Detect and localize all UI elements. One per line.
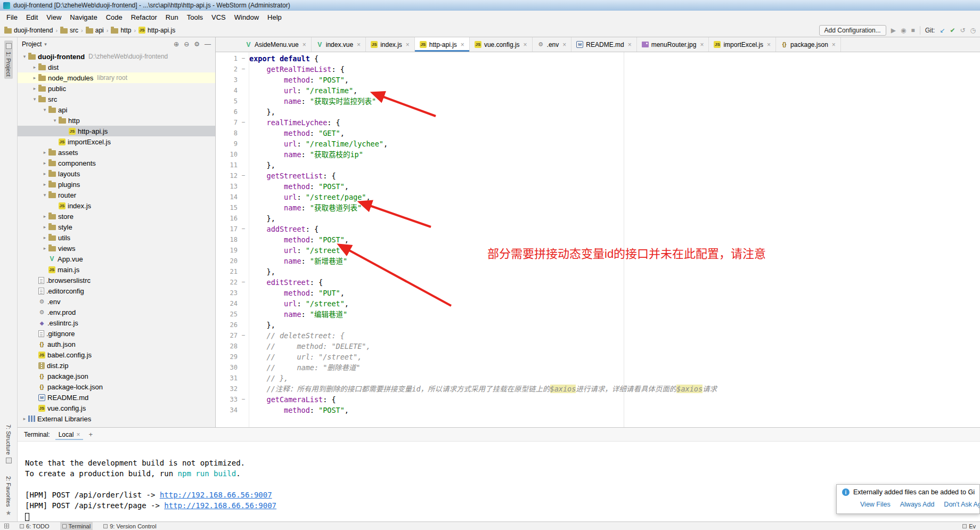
chevron-down-icon[interactable]: ▾ xyxy=(41,192,48,198)
run-icon[interactable]: ▶ xyxy=(891,27,896,34)
code-editor[interactable]: 1−export default {2− getRealTimeList: {3… xyxy=(216,52,980,427)
tree-item-layouts[interactable]: ▸layouts xyxy=(18,168,215,179)
tree-item-auth.json[interactable]: {}auth.json xyxy=(18,339,215,349)
close-icon[interactable]: × xyxy=(76,431,80,438)
debug-icon[interactable]: ◉ xyxy=(901,27,906,34)
locate-file-icon[interactable]: ⊕ xyxy=(174,40,179,48)
statusbar-item-vcs[interactable]: 9: Version Control xyxy=(101,522,158,530)
tree-item-.browserslistrc[interactable]: .browserslistrc xyxy=(18,275,215,286)
tab-.env[interactable]: ⚙.env× xyxy=(533,37,572,52)
add-configuration-button[interactable]: Add Configuration... xyxy=(819,25,886,36)
revert-icon[interactable]: ↺ xyxy=(960,27,965,34)
chevron-right-icon[interactable]: ▸ xyxy=(31,86,38,91)
tree-item-dist[interactable]: ▸dist xyxy=(18,62,215,72)
tab-close-icon[interactable]: × xyxy=(832,41,836,48)
menu-edit[interactable]: Edit xyxy=(22,12,42,23)
tab-index.vue[interactable]: Vindex.vue× xyxy=(312,37,366,52)
event-log-icon[interactable] xyxy=(962,524,967,528)
breadcrumb-item-api[interactable]: api xyxy=(86,27,104,34)
chevron-down-icon[interactable]: ▾ xyxy=(44,42,47,47)
tab-close-icon[interactable]: × xyxy=(303,41,306,48)
menu-tools[interactable]: Tools xyxy=(183,12,207,23)
chevron-down-icon[interactable]: ▾ xyxy=(21,54,28,59)
breadcrumb-item-src[interactable]: src xyxy=(60,27,78,34)
menu-view[interactable]: View xyxy=(42,12,66,23)
hide-panel-icon[interactable]: — xyxy=(205,40,211,48)
tab-menuRouter.jpg[interactable]: menuRouter.jpg× xyxy=(637,37,709,52)
statusbar-item-todo[interactable]: 6: TODO xyxy=(18,522,52,530)
menu-code[interactable]: Code xyxy=(102,12,127,23)
tab-close-icon[interactable]: × xyxy=(767,41,771,48)
stripe-button-structure[interactable]: 7: Structure xyxy=(4,422,13,466)
menu-run[interactable]: Run xyxy=(161,12,183,23)
tree-item-vue.config.js[interactable]: JSvue.config.js xyxy=(18,403,215,413)
fold-marker[interactable]: − xyxy=(239,224,248,234)
tab-vue.config.js[interactable]: JSvue.config.js× xyxy=(470,37,533,52)
tree-item-App.vue[interactable]: VApp.vue xyxy=(18,254,215,264)
stripe-button-project[interactable]: 1: Project xyxy=(4,40,13,79)
tree-item-duoji-frontend[interactable]: ▾duoji-frontendD:\zheheWeb\duoji-fronten… xyxy=(18,51,215,62)
chevron-right-icon[interactable]: ▸ xyxy=(41,224,48,230)
chevron-right-icon[interactable]: ▸ xyxy=(41,235,48,240)
tab-index.js[interactable]: JSindex.js× xyxy=(366,37,415,52)
tab-package.json[interactable]: {}package.json× xyxy=(776,37,841,52)
breadcrumb-item-http-api.js[interactable]: JShttp-api.js xyxy=(138,27,175,34)
notification-action-don-t-ask-agai[interactable]: Don't Ask Agai xyxy=(944,501,980,508)
tree-item-public[interactable]: ▸public xyxy=(18,83,215,94)
tree-item-.eslintrc.js[interactable]: ◆.eslintrc.js xyxy=(18,317,215,328)
chevron-right-icon[interactable]: ▸ xyxy=(41,171,48,176)
tree-item-router[interactable]: ▾router xyxy=(18,190,215,200)
fold-marker[interactable]: − xyxy=(239,64,248,75)
terminal-output[interactable]: Note that the development build is not o… xyxy=(18,442,980,521)
git-commit-icon[interactable]: ✔ xyxy=(950,27,955,34)
tree-item-package.json[interactable]: {}package.json xyxy=(18,371,215,381)
fold-marker[interactable]: − xyxy=(239,117,248,128)
statusbar-item-terminal[interactable]: Terminal xyxy=(60,522,93,530)
menu-file[interactable]: File xyxy=(2,12,22,23)
git-update-icon[interactable]: ↙ xyxy=(940,27,945,34)
fold-marker[interactable]: − xyxy=(239,277,248,288)
menu-window[interactable]: Window xyxy=(230,12,263,23)
terminal-tab-local[interactable]: Local × xyxy=(55,429,84,440)
tree-item-.editorconfig[interactable]: .editorconfig xyxy=(18,286,215,296)
terminal-link[interactable]: http://192.168.66.56:9007 xyxy=(164,501,276,510)
tree-item-README.md[interactable]: MREADME.md xyxy=(18,392,215,403)
notification-action-view-files[interactable]: View Files xyxy=(860,501,891,508)
tab-README.md[interactable]: MREADME.md× xyxy=(571,37,636,52)
tab-close-icon[interactable]: × xyxy=(461,41,464,48)
stripe-button-favorites[interactable]: 2: Favorites★ xyxy=(4,474,13,519)
tree-item-src[interactable]: ▾src xyxy=(18,94,215,104)
collapse-all-icon[interactable]: ⊖ xyxy=(184,40,189,48)
tree-item-main.js[interactable]: JSmain.js xyxy=(18,264,215,275)
gear-icon[interactable]: ⚙ xyxy=(194,40,200,48)
tree-item-External Libraries[interactable]: ▸External Libraries xyxy=(18,413,215,424)
menu-navigate[interactable]: Navigate xyxy=(66,12,101,23)
tree-item-index.js[interactable]: JSindex.js xyxy=(18,200,215,211)
project-panel-title[interactable]: Project xyxy=(22,40,42,48)
chevron-right-icon[interactable]: ▸ xyxy=(41,246,48,251)
tree-item-assets[interactable]: ▸assets xyxy=(18,147,215,158)
chevron-right-icon[interactable]: ▸ xyxy=(31,75,38,80)
stop-icon[interactable]: ■ xyxy=(911,27,914,34)
tab-close-icon[interactable]: × xyxy=(406,41,410,48)
tab-close-icon[interactable]: × xyxy=(524,41,527,48)
tree-item-views[interactable]: ▸views xyxy=(18,243,215,254)
event-log-label[interactable]: Ev xyxy=(969,523,976,529)
breadcrumb-item-duoji-frontend[interactable]: duoji-frontend xyxy=(4,27,53,34)
tree-item-plugins[interactable]: ▸plugins xyxy=(18,179,215,190)
tree-item-package-lock.json[interactable]: {}package-lock.json xyxy=(18,381,215,392)
terminal-link[interactable]: http://192.168.66.56:9007 xyxy=(160,491,272,499)
tab-AsideMenu.vue[interactable]: VAsideMenu.vue× xyxy=(240,37,312,52)
menu-vcs[interactable]: VCS xyxy=(207,12,230,23)
tab-importExcel.js[interactable]: JSimportExcel.js× xyxy=(709,37,776,52)
tab-close-icon[interactable]: × xyxy=(700,41,704,48)
tree-item-components[interactable]: ▸components xyxy=(18,158,215,168)
notification-action-always-add[interactable]: Always Add xyxy=(900,501,935,508)
fold-marker[interactable]: − xyxy=(239,170,248,181)
tree-item-node_modules[interactable]: ▸node_moduleslibrary root xyxy=(18,72,215,83)
history-icon[interactable]: ◷ xyxy=(970,27,976,34)
tree-item-utils[interactable]: ▸utils xyxy=(18,232,215,243)
tree-item-store[interactable]: ▸store xyxy=(18,211,215,222)
tree-item-.env.prod[interactable]: ⚙.env.prod xyxy=(18,307,215,317)
chevron-down-icon[interactable]: ▾ xyxy=(31,96,38,102)
